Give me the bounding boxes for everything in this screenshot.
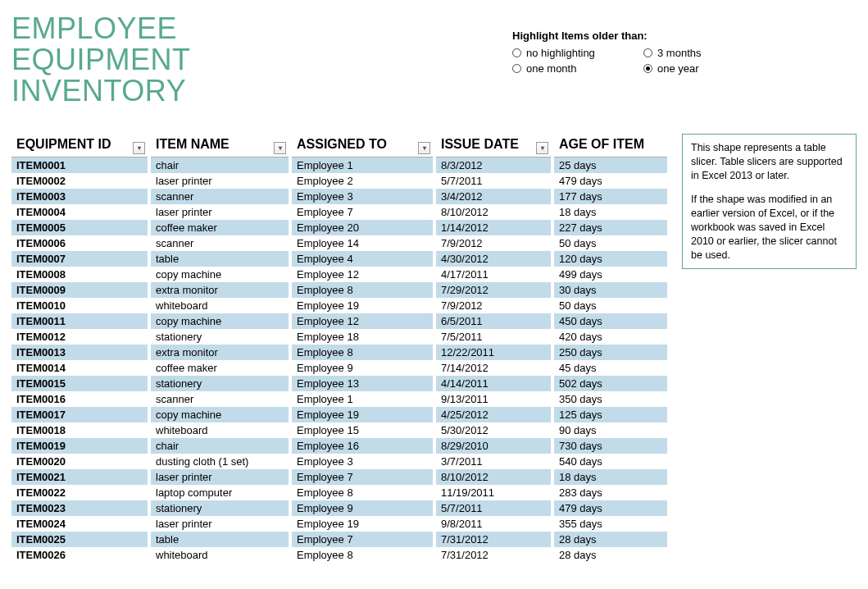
table-row[interactable]: ITEM0001chairEmployee 18/3/201225 days bbox=[11, 158, 667, 173]
cell-id: ITEM0007 bbox=[11, 251, 149, 267]
cell-assigned: Employee 12 bbox=[290, 267, 434, 282]
filter-dropdown-icon[interactable]: ▾ bbox=[418, 142, 430, 154]
table-row[interactable]: ITEM0025tableEmployee 77/31/201228 days bbox=[11, 532, 667, 547]
cell-assigned: Employee 8 bbox=[290, 345, 434, 360]
table-row[interactable]: ITEM0019chairEmployee 168/29/2010730 day… bbox=[11, 438, 667, 454]
table-row[interactable]: ITEM0016scannerEmployee 19/13/2011350 da… bbox=[11, 391, 667, 407]
cell-age: 502 days bbox=[552, 376, 667, 391]
cell-assigned: Employee 8 bbox=[290, 547, 434, 563]
cell-id: ITEM0026 bbox=[11, 547, 149, 563]
table-row[interactable]: ITEM0026whiteboardEmployee 87/31/201228 … bbox=[11, 547, 667, 563]
radio-icon bbox=[643, 64, 652, 73]
cell-name: table bbox=[149, 251, 290, 267]
cell-name: copy machine bbox=[149, 407, 290, 422]
cell-age: 45 days bbox=[552, 360, 667, 376]
radio-no-highlighting[interactable]: no highlighting bbox=[512, 47, 643, 59]
cell-assigned: Employee 7 bbox=[290, 204, 434, 220]
cell-id: ITEM0020 bbox=[11, 454, 149, 469]
col-header-4: AGE OF ITEM bbox=[552, 134, 667, 158]
col-header-label: ASSIGNED TO bbox=[297, 137, 387, 151]
cell-date: 5/30/2012 bbox=[434, 422, 552, 438]
cell-assigned: Employee 18 bbox=[290, 329, 434, 345]
table-row[interactable]: ITEM0020dusting cloth (1 set)Employee 33… bbox=[11, 454, 667, 469]
cell-id: ITEM0017 bbox=[11, 407, 149, 422]
cell-age: 227 days bbox=[552, 220, 667, 235]
cell-assigned: Employee 8 bbox=[290, 282, 434, 298]
table-row[interactable]: ITEM0006scannerEmployee 147/9/201250 day… bbox=[11, 235, 667, 251]
table-row[interactable]: ITEM0012stationeryEmployee 187/5/2011420… bbox=[11, 329, 667, 345]
cell-name: stationery bbox=[149, 500, 290, 516]
filter-dropdown-icon[interactable]: ▾ bbox=[133, 142, 145, 154]
cell-name: chair bbox=[149, 158, 290, 173]
radio-icon bbox=[643, 48, 652, 57]
cell-date: 7/29/2012 bbox=[434, 282, 552, 298]
col-header-label: ITEM NAME bbox=[156, 137, 229, 151]
cell-age: 120 days bbox=[552, 251, 667, 267]
cell-age: 30 days bbox=[552, 282, 667, 298]
cell-id: ITEM0005 bbox=[11, 220, 149, 235]
cell-id: ITEM0013 bbox=[11, 345, 149, 360]
table-row[interactable]: ITEM0005coffee makerEmployee 201/14/2012… bbox=[11, 220, 667, 235]
col-header-label: AGE OF ITEM bbox=[559, 137, 644, 151]
radio-label: one year bbox=[657, 62, 699, 75]
cell-assigned: Employee 3 bbox=[290, 189, 434, 204]
cell-date: 4/17/2011 bbox=[434, 267, 552, 282]
cell-id: ITEM0001 bbox=[11, 158, 149, 173]
slicer-note: This shape represents a table slicer. Ta… bbox=[682, 134, 857, 269]
radio-3-months[interactable]: 3 months bbox=[643, 47, 758, 59]
table-row[interactable]: ITEM0017copy machineEmployee 194/25/2012… bbox=[11, 407, 667, 422]
slicer-note-p1: This shape represents a table slicer. Ta… bbox=[691, 141, 848, 183]
cell-assigned: Employee 3 bbox=[290, 454, 434, 469]
radio-one-month[interactable]: one month bbox=[512, 62, 643, 75]
table-row[interactable]: ITEM0021laser printerEmployee 78/10/2012… bbox=[11, 469, 667, 485]
table-row[interactable]: ITEM0008copy machineEmployee 124/17/2011… bbox=[11, 267, 667, 282]
cell-age: 730 days bbox=[552, 438, 667, 454]
filter-dropdown-icon[interactable]: ▾ bbox=[274, 142, 286, 154]
cell-age: 50 days bbox=[552, 298, 667, 313]
cell-date: 3/7/2011 bbox=[434, 454, 552, 469]
title-line3: INVENTORY bbox=[11, 75, 191, 107]
cell-id: ITEM0012 bbox=[11, 329, 149, 345]
cell-age: 28 days bbox=[552, 547, 667, 563]
table-row[interactable]: ITEM0013extra monitorEmployee 812/22/201… bbox=[11, 345, 667, 360]
cell-age: 177 days bbox=[552, 189, 667, 204]
cell-assigned: Employee 7 bbox=[290, 532, 434, 547]
cell-date: 8/29/2010 bbox=[434, 438, 552, 454]
table-row[interactable]: ITEM0010whiteboardEmployee 197/9/201250 … bbox=[11, 298, 667, 313]
cell-id: ITEM0011 bbox=[11, 313, 149, 329]
radio-label: 3 months bbox=[657, 47, 701, 59]
table-row[interactable]: ITEM0003scannerEmployee 33/4/2012177 day… bbox=[11, 189, 667, 204]
cell-assigned: Employee 1 bbox=[290, 158, 434, 173]
cell-id: ITEM0008 bbox=[11, 267, 149, 282]
cell-date: 7/9/2012 bbox=[434, 298, 552, 313]
table-row[interactable]: ITEM0011copy machineEmployee 126/5/20114… bbox=[11, 313, 667, 329]
cell-age: 355 days bbox=[552, 516, 667, 532]
table-row[interactable]: ITEM0015stationeryEmployee 134/14/201150… bbox=[11, 376, 667, 391]
cell-id: ITEM0003 bbox=[11, 189, 149, 204]
cell-assigned: Employee 2 bbox=[290, 173, 434, 189]
radio-one-year[interactable]: one year bbox=[643, 62, 758, 75]
cell-name: copy machine bbox=[149, 313, 290, 329]
cell-id: ITEM0018 bbox=[11, 422, 149, 438]
table-row[interactable]: ITEM0024laser printerEmployee 199/8/2011… bbox=[11, 516, 667, 532]
cell-assigned: Employee 15 bbox=[290, 422, 434, 438]
cell-assigned: Employee 9 bbox=[290, 500, 434, 516]
table-row[interactable]: ITEM0007tableEmployee 44/30/2012120 days bbox=[11, 251, 667, 267]
cell-id: ITEM0004 bbox=[11, 204, 149, 220]
table-row[interactable]: ITEM0014coffee makerEmployee 97/14/20124… bbox=[11, 360, 667, 376]
table-row[interactable]: ITEM0018whiteboardEmployee 155/30/201290… bbox=[11, 422, 667, 438]
table-row[interactable]: ITEM0009extra monitorEmployee 87/29/2012… bbox=[11, 282, 667, 298]
table-row[interactable]: ITEM0022laptop computerEmployee 811/19/2… bbox=[11, 485, 667, 500]
table-row[interactable]: ITEM0002laser printerEmployee 25/7/20114… bbox=[11, 173, 667, 189]
radio-label: no highlighting bbox=[526, 47, 595, 59]
table-row[interactable]: ITEM0004laser printerEmployee 78/10/2012… bbox=[11, 204, 667, 220]
cell-name: laser printer bbox=[149, 516, 290, 532]
col-header-label: ISSUE DATE bbox=[441, 137, 519, 151]
slicer-note-p2: If the shape was modified in an earlier … bbox=[691, 193, 848, 262]
table-row[interactable]: ITEM0023stationeryEmployee 95/7/2011479 … bbox=[11, 500, 667, 516]
cell-age: 479 days bbox=[552, 500, 667, 516]
cell-id: ITEM0002 bbox=[11, 173, 149, 189]
col-header-0: EQUIPMENT ID▾ bbox=[11, 134, 149, 158]
cell-date: 7/9/2012 bbox=[434, 235, 552, 251]
filter-dropdown-icon[interactable]: ▾ bbox=[536, 142, 548, 154]
